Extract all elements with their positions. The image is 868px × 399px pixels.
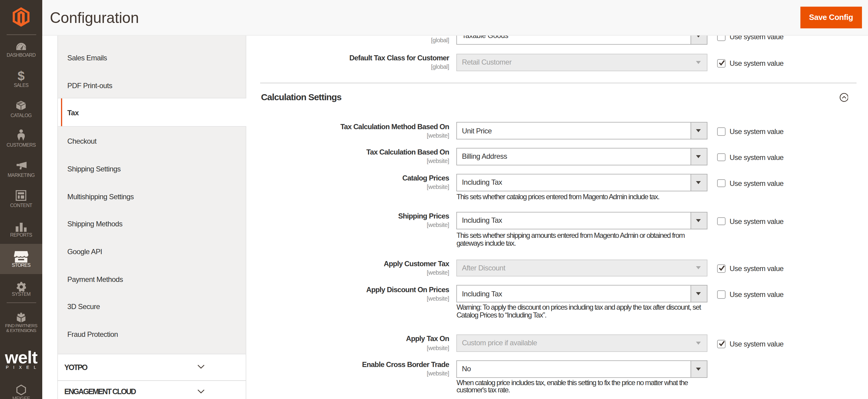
svg-text:$: $ (18, 69, 25, 83)
